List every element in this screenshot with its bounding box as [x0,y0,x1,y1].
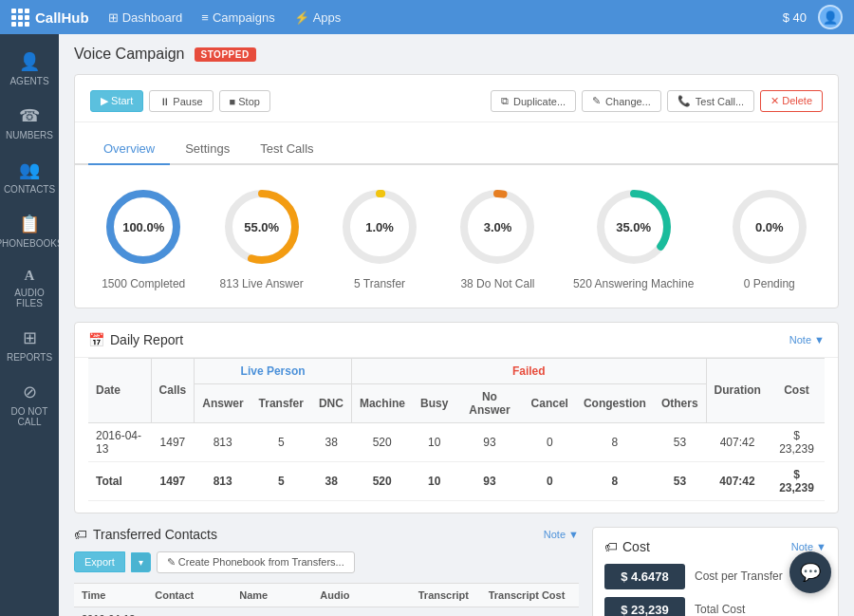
delete-button[interactable]: ✕ Delete [760,90,823,112]
donut-label-completed: 100.0% [122,220,164,234]
col-date: Date [88,358,151,422]
col-busy: Busy [413,383,455,422]
daily-report-table-wrapper: Date Calls Live Person Failed Duration C… [75,358,838,513]
tag-icon: 🏷 [74,527,87,542]
bottom-section: 🏷 Transferred Contacts Note ▼ Export ▾ ✎… [74,527,839,616]
logo-icon [11,9,29,27]
col-group-failed: Failed [351,358,706,383]
sidebar-label-phonebooks: PHONEBOOKS [0,238,64,249]
chart-desc-pending: 0 Pending [744,277,795,292]
tab-overview[interactable]: Overview [88,134,170,165]
donut-live-answer: 55.0% [219,184,305,270]
donut-label-pending: 0.0% [755,220,784,234]
transfers-title: 🏷 Transferred Contacts [74,527,217,542]
sidebar-item-reports[interactable]: ⊞ REPORTS [0,318,59,370]
donut-label-answering-machine: 35.0% [616,220,651,234]
th-contact: Contact [147,583,232,607]
tab-test-calls[interactable]: Test Calls [245,134,328,165]
cost-per-transfer-value: $ 4.6478 [604,564,685,589]
agents-icon: 👤 [19,51,40,72]
export-caret[interactable]: ▾ [131,552,151,572]
sidebar-item-contacts[interactable]: 👥 CONTACTS [0,150,59,202]
stop-button[interactable]: ■ Stop [219,90,270,112]
duplicate-button[interactable]: ⧉ Duplicate... [491,90,576,112]
change-icon: ✎ [592,95,601,107]
donut-answering-machine: 35.0% [591,184,677,270]
chart-desc-dnc: 38 Do Not Call [460,277,534,292]
donut-dnc: 3.0% [455,184,540,270]
col-cancel: Cancel [524,383,576,422]
daily-report-header: 📅 Daily Report Note ▼ [75,323,838,358]
delete-label: ✕ Delete [770,95,812,107]
sidebar-label-numbers: NUMBERS [6,130,53,140]
daily-report-note[interactable]: Note ▼ [789,334,825,345]
main-content: Voice Campaign STOPPED ▶ Start ⏸ Pause ■… [59,34,854,616]
sidebar-item-audiofiles[interactable]: A AUDIO FILES [0,258,59,316]
chart-answering-machine: 35.0% 520 Answering Machine [573,184,694,292]
sidebar-item-agents[interactable]: 👤 AGENTS [0,42,59,94]
logo[interactable]: CallHub [11,9,89,27]
col-calls: Calls [151,358,195,422]
reports-icon: ⊞ [23,327,37,348]
top-nav: CallHub ⊞ Dashboard ≡ Campaigns ⚡ Apps $… [0,0,854,34]
test-call-button[interactable]: 📞 Test Call... [667,90,754,112]
tabs: Overview Settings Test Calls [75,134,838,165]
transfers-note[interactable]: Note ▼ [544,529,579,540]
col-duration: Duration [706,358,769,422]
app-name: CallHub [35,9,89,26]
avatar[interactable]: 👤 [818,5,843,29]
fab-icon: 💬 [800,562,821,583]
nav-campaigns[interactable]: ≡ Campaigns [201,10,274,25]
table-row: 2016-04-13 1497 813 5 38 520 10 93 0 8 5… [88,422,825,461]
change-button[interactable]: ✎ Change... [582,90,661,112]
tab-settings[interactable]: Settings [170,134,245,165]
sidebar-item-phonebooks[interactable]: 📋 PHONEBOOKS [0,204,59,256]
th-audio: Audio [312,583,410,607]
apps-icon: ⚡ [294,10,309,25]
daily-report-table: Date Calls Live Person Failed Duration C… [88,358,825,501]
transferred-contacts: 🏷 Transferred Contacts Note ▼ Export ▾ ✎… [74,527,579,616]
charts-row: 100.0% 1500 Completed 55.0% 813 Live Ans… [75,165,838,308]
pause-button[interactable]: ⏸ Pause [149,90,213,112]
nav-right: $ 40 👤 [783,5,843,29]
fab-button[interactable]: 💬 [789,551,831,593]
chart-live-answer: 55.0% 813 Live Answer [219,184,305,292]
contacts-icon: 👥 [19,159,40,180]
sidebar-label-contacts: CONTACTS [4,184,55,195]
col-group-live-person: Live Person [195,358,352,383]
phonebook-button[interactable]: ✎ Create Phonebook from Transfers... [157,551,355,573]
campaign-card: ▶ Start ⏸ Pause ■ Stop ⧉ Duplicate... ✎ … [74,74,839,308]
status-badge: STOPPED [195,47,256,62]
page-title: Voice Campaign [74,46,185,63]
start-button[interactable]: ▶ Start [90,90,143,112]
cost-total-value: $ 23,239 [604,597,685,616]
chart-dnc: 3.0% 38 Do Not Call [455,184,540,292]
th-transcript: Transcript [411,583,481,607]
chart-pending: 0.0% 0 Pending [727,184,812,292]
th-transcript-cost: Transcript Cost [481,583,579,607]
donut-pending: 0.0% [727,184,812,270]
nav-apps[interactable]: ⚡ Apps [294,10,342,25]
balance: $ 40 [783,10,807,25]
donotcall-icon: ⊘ [23,382,37,402]
col-transfer: Transfer [251,383,311,422]
export-button[interactable]: Export [74,551,125,572]
tag-cost-icon: 🏷 [604,539,618,554]
campaigns-icon: ≡ [201,10,209,25]
col-no-answer: No Answer [455,383,523,422]
col-dnc: DNC [311,383,352,422]
sidebar-item-donotcall[interactable]: ⊘ DO NOT CALL [0,372,59,435]
audiofiles-icon: A [25,268,35,284]
calendar-icon: 📅 [88,332,104,347]
donut-label-live-answer: 55.0% [244,220,279,234]
avatar-icon: 👤 [823,10,838,25]
col-congestion: Congestion [576,383,654,422]
chart-completed: 100.0% 1500 Completed [101,184,186,292]
col-machine: Machine [351,383,413,422]
transfers-header: 🏷 Transferred Contacts Note ▼ [74,527,579,542]
nav-dashboard[interactable]: ⊞ Dashboard [108,10,183,25]
col-others: Others [654,383,706,422]
sidebar-item-numbers[interactable]: ☎ NUMBERS [0,96,59,148]
transfers-date-row: 2016-04-13 [74,607,579,616]
cost-note[interactable]: Note ▼ [791,541,826,552]
